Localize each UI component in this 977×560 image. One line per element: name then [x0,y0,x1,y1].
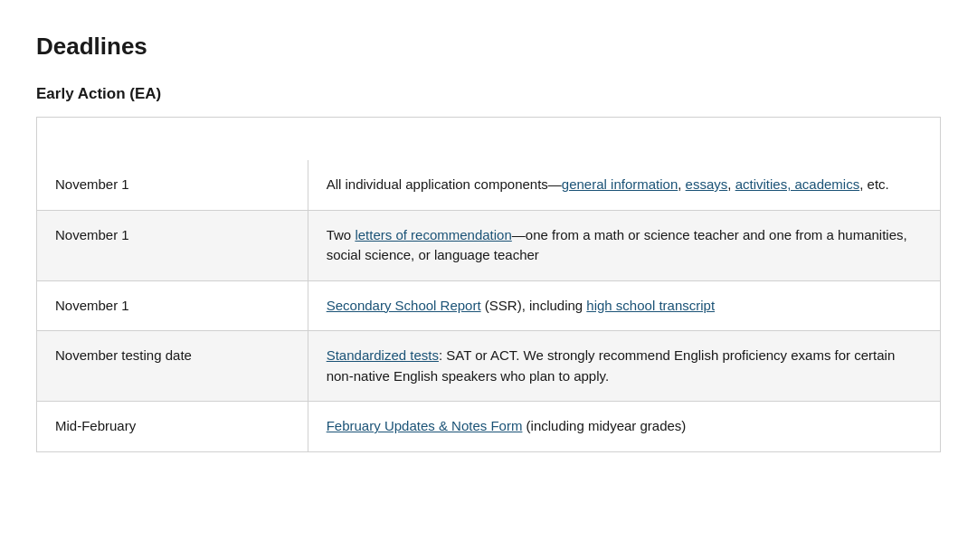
component-cell: Secondary School Report (SSR), including… [308,280,940,331]
component-link[interactable]: high school transcript [586,298,715,313]
component-link[interactable]: essays [686,176,728,192]
component-text: (SSR), including [481,298,587,313]
table-body: November 1All individual application com… [37,160,941,451]
component-link[interactable]: Secondary School Report [327,298,481,313]
component-text: , etc. [859,176,889,192]
deadlines-table: DEADLINE APPLICATION COMPONENT November … [36,117,941,452]
component-link[interactable]: activities, academics [735,176,860,192]
component-text: All individual application components— [327,176,562,192]
table-header: DEADLINE APPLICATION COMPONENT [37,117,941,160]
component-text: Two [327,227,356,242]
section-title: Early Action (EA) [36,82,941,106]
table-row: November 1Secondary School Report (SSR),… [37,280,941,331]
component-cell: February Updates & Notes Form (including… [308,402,940,452]
component-link[interactable]: Standardized tests [327,347,439,363]
deadline-cell: November 1 [37,210,308,280]
table-row: Mid-FebruaryFebruary Updates & Notes For… [37,402,941,452]
component-link[interactable]: letters of recommendation [355,227,511,242]
table-row: November 1Two letters of recommendation—… [37,210,941,280]
component-link[interactable]: general information [562,176,678,192]
component-text: , [727,176,735,192]
component-cell: Standardized tests: SAT or ACT. We stron… [308,331,940,402]
column-header-component: APPLICATION COMPONENT [308,117,940,160]
table-row: November 1All individual application com… [37,160,941,210]
deadline-cell: November 1 [37,280,308,331]
component-link[interactable]: February Updates & Notes Form [327,418,523,433]
deadline-cell: November testing date [37,331,308,402]
component-text: (including midyear grades) [522,418,686,433]
deadline-cell: Mid-February [37,402,308,452]
table-row: November testing dateStandardized tests:… [37,331,941,402]
page-title: Deadlines [36,29,941,64]
component-cell: All individual application components—ge… [308,160,940,210]
component-cell: Two letters of recommendation—one from a… [308,210,940,280]
column-header-deadline: DEADLINE [37,117,308,160]
deadline-cell: November 1 [37,160,308,210]
component-text: , [678,176,685,192]
